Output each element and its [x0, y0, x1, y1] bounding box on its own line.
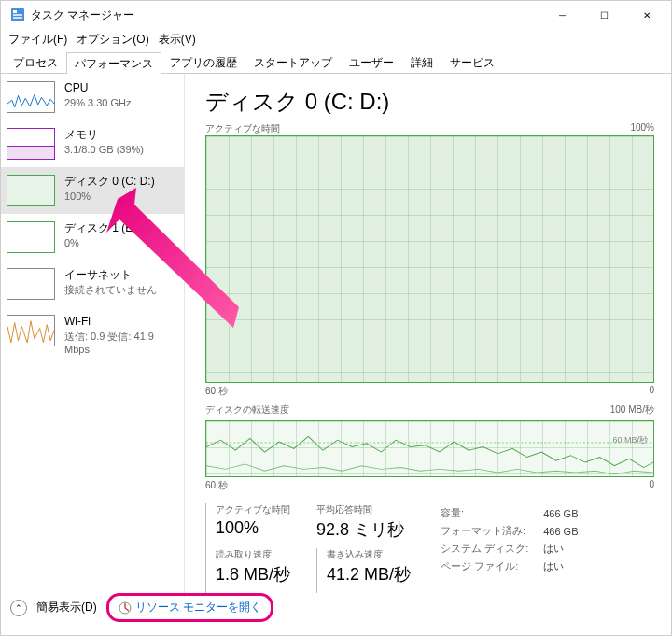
tab-app-history[interactable]: アプリの履歴: [161, 51, 245, 73]
menu-file[interactable]: ファイル(F): [8, 32, 67, 48]
cpu-thumb-icon: [7, 81, 55, 113]
stat-active-label: アクティブな時間: [216, 503, 290, 516]
chart2-label-right: 100 MB/秒: [610, 403, 654, 417]
svg-rect-1: [13, 10, 17, 13]
stat-resp-label: 平均応答時間: [316, 503, 404, 516]
main-panel: ディスク 0 (C: D:) アクティブな時間100% 60 秒0 ディスクの転…: [185, 74, 671, 597]
sidebar-item-label: ディスク 0 (C: D:): [64, 175, 155, 190]
chevron-up-icon[interactable]: ⌃: [10, 600, 27, 616]
sidebar-item-disk1[interactable]: ディスク 1 (E:)0%: [1, 214, 184, 261]
maximize-button[interactable]: ☐: [583, 2, 625, 28]
svg-rect-3: [13, 17, 22, 19]
sidebar-item-memory[interactable]: メモリ3.1/8.0 GB (39%): [1, 120, 184, 167]
tab-performance[interactable]: パフォーマンス: [66, 52, 161, 74]
disk-thumb-icon: [7, 221, 55, 253]
stat-read-label: 読み取り速度: [216, 548, 290, 561]
minimize-button[interactable]: ─: [541, 2, 583, 28]
disk-thumb-icon: [7, 175, 55, 206]
resource-monitor-highlight: リソース モニターを開く: [106, 593, 273, 622]
chart1-x-right: 0: [649, 385, 654, 398]
bottombar: ⌃ 簡易表示(D) リソース モニターを開く: [10, 593, 662, 622]
memory-thumb-icon: [7, 128, 55, 160]
tab-details[interactable]: 詳細: [402, 51, 441, 73]
stat-read-value: 1.8 MB/秒: [216, 563, 290, 586]
fewer-details-button[interactable]: 簡易表示(D): [36, 600, 97, 615]
menu-view[interactable]: 表示(V): [159, 32, 196, 48]
chart2-x-right: 0: [649, 479, 654, 492]
window-title: タスク マネージャー: [31, 7, 541, 23]
sidebar-item-label: ディスク 1 (E:): [64, 221, 140, 236]
sidebar-item-sub: 100%: [64, 190, 155, 203]
sidebar-item-ethernet[interactable]: イーサネット接続されていません: [1, 261, 184, 307]
tab-users[interactable]: ユーザー: [341, 51, 402, 73]
sidebar-item-wifi[interactable]: Wi-Fi送信: 0.9 受信: 41.9 Mbps: [1, 307, 184, 363]
tab-startup[interactable]: スタートアップ: [245, 51, 341, 73]
tabstrip: プロセス パフォーマンス アプリの履歴 スタートアップ ユーザー 詳細 サービス: [1, 51, 671, 74]
close-button[interactable]: ✕: [625, 2, 667, 28]
sidebar-item-label: Wi-Fi: [64, 315, 178, 330]
page-title: ディスク 0 (C: D:): [205, 87, 654, 117]
tab-processes[interactable]: プロセス: [5, 51, 66, 73]
wifi-thumb-icon: [7, 315, 55, 346]
titlebar: タスク マネージャー ─ ☐ ✕: [1, 1, 671, 29]
ethernet-thumb-icon: [7, 268, 55, 300]
sidebar-item-sub: 0%: [64, 236, 140, 249]
active-time-chart: [205, 135, 654, 383]
stat-active-value: 100%: [216, 518, 290, 538]
chart1-label-right: 100%: [630, 122, 654, 135]
stat-write-value: 41.2 MB/秒: [327, 563, 411, 586]
tab-services[interactable]: サービス: [441, 51, 503, 73]
sidebar-item-sub: 29% 3.30 GHz: [64, 96, 132, 109]
menubar: ファイル(F) オプション(O) 表示(V): [1, 29, 671, 49]
transfer-rate-chart: 60 MB/秒: [205, 420, 654, 477]
chart1-label-left: アクティブな時間: [205, 122, 280, 135]
stat-write-label: 書き込み速度: [327, 548, 411, 561]
svg-rect-2: [13, 14, 22, 16]
sidebar-item-sub: 3.1/8.0 GB (39%): [64, 143, 144, 156]
chart1-x-left: 60 秒: [205, 385, 228, 398]
sidebar-item-sub: 接続されていません: [64, 283, 157, 296]
sidebar-item-cpu[interactable]: CPU29% 3.30 GHz: [1, 74, 184, 120]
sidebar: CPU29% 3.30 GHz メモリ3.1/8.0 GB (39%) ディスク…: [1, 74, 185, 597]
app-icon: [10, 7, 25, 22]
menu-options[interactable]: オプション(O): [77, 32, 148, 48]
sidebar-item-sub: 送信: 0.9 受信: 41.9 Mbps: [64, 330, 178, 357]
chart2-x-left: 60 秒: [205, 479, 228, 492]
resmon-icon: [119, 601, 132, 615]
disk-info: 容量:466 GB フォーマット済み:466 GB システム ディスク:はい ペ…: [439, 503, 593, 593]
sidebar-item-label: CPU: [64, 81, 132, 96]
open-resource-monitor-link[interactable]: リソース モニターを開く: [135, 600, 261, 615]
stat-resp-value: 92.8 ミリ秒: [316, 518, 404, 541]
chart2-label-left: ディスクの転送速度: [205, 403, 289, 417]
sidebar-item-label: イーサネット: [64, 268, 157, 283]
sidebar-item-label: メモリ: [64, 128, 144, 143]
sidebar-item-disk0[interactable]: ディスク 0 (C: D:)100%: [1, 167, 184, 214]
